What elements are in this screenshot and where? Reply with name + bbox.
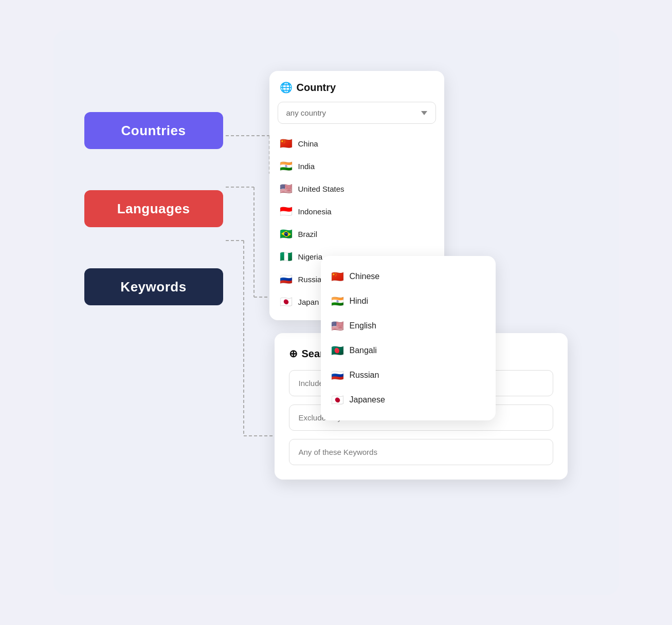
chevron-down-icon: [421, 111, 427, 115]
country-name: United States: [298, 185, 344, 193]
hindi-flag: 🇮🇳: [331, 295, 343, 307]
india-flag: 🇮🇳: [280, 160, 292, 172]
country-card-header: 🌐 Country: [269, 81, 444, 102]
country-dropdown[interactable]: any country: [278, 102, 436, 124]
list-item[interactable]: 🇯🇵 Japanese: [321, 388, 496, 412]
search-keyword-icon: ⊕: [289, 347, 298, 360]
list-item[interactable]: 🇮🇩 Indonesia: [269, 200, 444, 223]
chinese-flag: 🇨🇳: [331, 270, 343, 283]
list-item[interactable]: 🇨🇳 China: [269, 132, 444, 155]
lang-name: Russian: [350, 371, 379, 380]
english-flag: 🇺🇸: [331, 320, 343, 332]
language-card: 🇨🇳 Chinese 🇮🇳 Hindi 🇺🇸 English 🇧🇩 Bangal…: [321, 256, 496, 420]
country-placeholder: any country: [286, 108, 326, 117]
nigeria-flag: 🇳🇬: [280, 250, 292, 263]
country-card-title: Country: [297, 82, 336, 94]
list-item[interactable]: 🇧🇩 Bangali: [321, 338, 496, 363]
japan-flag: 🇯🇵: [280, 296, 292, 308]
left-buttons: Countries Languages Keywords: [84, 112, 223, 305]
list-item[interactable]: 🇺🇸 English: [321, 314, 496, 338]
list-item[interactable]: 🇮🇳 Hindi: [321, 289, 496, 314]
list-item[interactable]: 🇮🇳 India: [269, 155, 444, 177]
any-keywords-input[interactable]: [289, 439, 553, 465]
lang-name: Chinese: [350, 272, 380, 281]
us-flag: 🇺🇸: [280, 182, 292, 195]
keywords-button[interactable]: Keywords: [84, 268, 223, 305]
main-container: Countries Languages Keywords 🌐 Country a…: [53, 30, 619, 595]
countries-button[interactable]: Countries: [84, 112, 223, 149]
bangali-flag: 🇧🇩: [331, 344, 343, 357]
globe-icon: 🌐: [280, 81, 293, 94]
lang-name: English: [350, 321, 376, 330]
brazil-flag: 🇧🇷: [280, 228, 292, 240]
list-item[interactable]: 🇨🇳 Chinese: [321, 264, 496, 289]
country-name: Indonesia: [298, 207, 332, 216]
country-name: Russia: [298, 275, 322, 284]
russia-flag: 🇷🇺: [280, 273, 292, 285]
russian-flag: 🇷🇺: [331, 369, 343, 381]
lang-name: Japanese: [350, 395, 385, 405]
japanese-flag: 🇯🇵: [331, 394, 343, 406]
country-name: Japan: [298, 298, 319, 306]
country-name: Brazil: [298, 230, 318, 238]
lang-name: Hindi: [350, 297, 368, 306]
list-item[interactable]: 🇷🇺 Russian: [321, 363, 496, 388]
indonesia-flag: 🇮🇩: [280, 205, 292, 217]
list-item[interactable]: 🇧🇷 Brazil: [269, 223, 444, 245]
china-flag: 🇨🇳: [280, 137, 292, 150]
country-name: India: [298, 162, 315, 171]
lang-name: Bangali: [350, 346, 377, 355]
country-name: China: [298, 139, 318, 148]
languages-button[interactable]: Languages: [84, 190, 223, 227]
country-name: Nigeria: [298, 252, 323, 261]
list-item[interactable]: 🇺🇸 United States: [269, 177, 444, 200]
